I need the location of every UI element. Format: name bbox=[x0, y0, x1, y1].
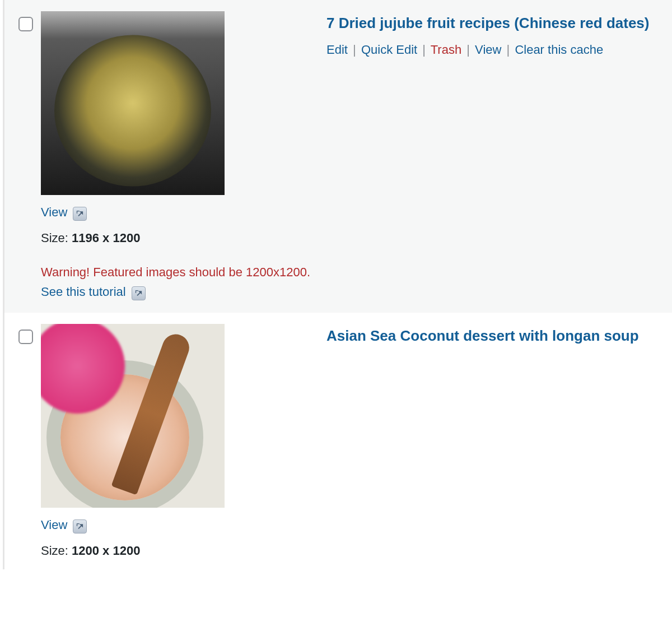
image-size-line: Size: 1200 x 1200 bbox=[41, 544, 318, 558]
view-image-link[interactable]: View bbox=[41, 518, 87, 532]
tutorial-link[interactable]: See this tutorial bbox=[41, 285, 146, 299]
post-title-link[interactable]: Asian Sea Coconut dessert with longan so… bbox=[326, 327, 639, 344]
separator: | bbox=[422, 43, 426, 57]
image-size-line: Size: 1196 x 1200 bbox=[41, 231, 318, 245]
tutorial-label: See this tutorial bbox=[41, 285, 126, 299]
view-label: View bbox=[41, 518, 67, 532]
image-size-value: 1200 x 1200 bbox=[72, 544, 140, 558]
external-link-icon bbox=[73, 519, 87, 534]
warning-text: Warning! Featured images should be 1200x… bbox=[41, 265, 310, 279]
posts-table: View Size: 1196 x 1200 Warning! Featured… bbox=[3, 0, 672, 569]
clear-cache-link[interactable]: Clear this cache bbox=[515, 43, 603, 57]
external-link-icon bbox=[132, 286, 146, 300]
size-prefix: Size: bbox=[41, 544, 68, 558]
featured-image-thumbnail bbox=[41, 11, 225, 195]
image-size-value: 1196 x 1200 bbox=[72, 231, 140, 245]
checkbox-cell bbox=[10, 324, 41, 344]
separator: | bbox=[353, 43, 356, 57]
post-title-link[interactable]: 7 Dried jujube fruit recipes (Chinese re… bbox=[326, 15, 649, 31]
decorative-flower bbox=[41, 324, 125, 414]
row-actions: Edit | Quick Edit | Trash | View | Clear… bbox=[326, 40, 661, 59]
separator: | bbox=[466, 43, 470, 57]
view-image-line: View bbox=[41, 205, 318, 221]
separator: | bbox=[507, 43, 510, 57]
trash-link[interactable]: Trash bbox=[431, 43, 461, 57]
size-prefix: Size: bbox=[41, 231, 68, 245]
image-size-warning: Warning! Featured images should be 1200x… bbox=[41, 262, 318, 301]
featured-image-cell: View Size: 1200 x 1200 bbox=[41, 324, 326, 558]
view-post-link[interactable]: View bbox=[475, 43, 501, 57]
external-link-icon bbox=[73, 207, 87, 221]
view-label: View bbox=[41, 205, 67, 219]
checkbox-cell bbox=[10, 11, 41, 31]
view-image-link[interactable]: View bbox=[41, 205, 87, 219]
featured-image-thumbnail bbox=[41, 324, 225, 508]
featured-image-cell: View Size: 1196 x 1200 Warning! Featured… bbox=[41, 11, 326, 301]
view-image-line: View bbox=[41, 518, 318, 534]
table-row: View Size: 1196 x 1200 Warning! Featured… bbox=[4, 0, 672, 313]
edit-link[interactable]: Edit bbox=[326, 43, 348, 57]
quick-edit-link[interactable]: Quick Edit bbox=[361, 43, 417, 57]
row-select-checkbox[interactable] bbox=[18, 17, 33, 31]
table-row: View Size: 1200 x 1200 Asian Sea Coconut… bbox=[4, 313, 672, 569]
row-select-checkbox[interactable] bbox=[18, 330, 33, 344]
title-cell: 7 Dried jujube fruit recipes (Chinese re… bbox=[326, 11, 672, 59]
title-cell: Asian Sea Coconut dessert with longan so… bbox=[326, 324, 672, 346]
